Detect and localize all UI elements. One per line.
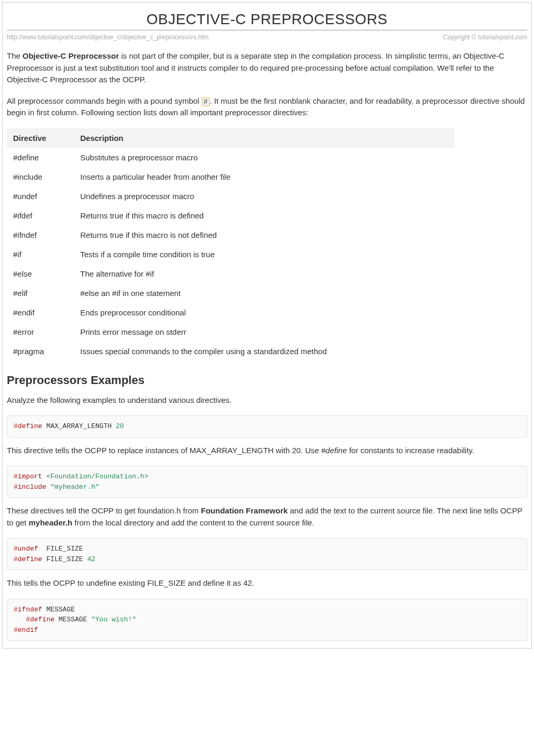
url-row: http://www.tutorialspoint.com/objective_…: [3, 34, 531, 50]
table-row: #elseThe alternative for #if: [7, 264, 454, 283]
code-token: #include: [14, 483, 46, 491]
code-block-1: #define MAX_ARRAY_LENGTH 20: [7, 415, 527, 437]
bold-text: Foundation Framework: [201, 506, 288, 515]
cell-description: Inserts a particular header from another…: [74, 167, 454, 187]
cell-description: Returns true if this macro is not define…: [74, 225, 454, 245]
code-token: 42: [87, 555, 95, 563]
cell-description: Ends preprocessor conditional: [74, 303, 454, 322]
cell-directive: #undef: [7, 187, 74, 206]
code-token: <Foundation/Foundation.h>: [46, 473, 148, 480]
code-block-4: #ifndef MESSAGE #define MESSAGE "You wis…: [7, 599, 527, 641]
cell-description: Issues special commands to the compiler …: [74, 342, 454, 361]
page-title: OBJECTIVE-C PREPROCESSORS: [3, 3, 531, 30]
code-token: #define: [14, 422, 42, 430]
code-token: #import: [14, 473, 42, 480]
table-row: #defineSubstitutes a preprocessor macro: [7, 148, 454, 167]
content: The Objective-C Preprocessor is not part…: [3, 50, 531, 641]
text: All preprocessor commands begin with a p…: [7, 96, 202, 105]
table-row: #endifEnds preprocessor conditional: [7, 303, 454, 322]
bold-text: myheader.h: [29, 518, 72, 527]
bold-text: Objective-C Preprocessor: [23, 51, 119, 60]
code-token: 20: [116, 422, 124, 430]
after-code-3: This tells the OCPP to undefine existing…: [7, 577, 527, 589]
cell-directive: #ifndef: [7, 225, 74, 245]
code-token: MAX_ARRAY_LENGTH: [42, 422, 116, 430]
page-container: OBJECTIVE-C PREPROCESSORS http://www.tut…: [2, 2, 532, 649]
code-token: #define: [14, 616, 54, 623]
cell-directive: #define: [7, 148, 74, 167]
cell-description: Returns true if this macro is defined: [74, 206, 454, 225]
cell-directive: #error: [7, 322, 74, 342]
table-row: #ifTests if a compile time condition is …: [7, 245, 454, 264]
after-code-1: This directive tells the OCPP to replace…: [7, 445, 527, 457]
cell-directive: #else: [7, 264, 74, 283]
table-row: #pragmaIssues special commands to the co…: [7, 342, 454, 361]
italic-text: #define: [321, 446, 347, 455]
table-row: #includeInserts a particular header from…: [7, 167, 454, 187]
code-token: MESSAGE: [42, 606, 75, 613]
title-rule: [7, 30, 527, 30]
code-block-3: #undef FILE_SIZE #define FILE_SIZE 42: [7, 538, 527, 570]
cell-description: The alternative for #if: [74, 264, 454, 283]
col-header-description: Description: [74, 128, 454, 148]
code-token: "You wish!": [91, 616, 136, 623]
text: These directives tell the OCPP to get fo…: [7, 506, 201, 515]
table-row: #undefUndefines a preprocessor macro: [7, 187, 454, 206]
cell-description: Prints error message on stderr: [74, 322, 454, 342]
cell-description: Substitutes a preprocessor macro: [74, 148, 454, 167]
code-block-2: #import <Foundation/Foundation.h> #inclu…: [7, 466, 527, 498]
examples-intro: Analyze the following examples to unders…: [7, 395, 527, 407]
code-token: "myheader.h": [50, 483, 99, 491]
table-row: #ifndefReturns true if this macro is not…: [7, 225, 454, 245]
cell-description: Tests if a compile time condition is tru…: [74, 245, 454, 264]
code-token: #define: [14, 555, 42, 563]
code-token: #undef: [14, 545, 38, 553]
code-token: MESSAGE: [54, 616, 91, 623]
code-token: #endif: [14, 626, 38, 634]
cell-directive: #include: [7, 167, 74, 187]
cell-directive: #if: [7, 245, 74, 264]
text: for constants to increase readability.: [347, 446, 474, 455]
cell-directive: #pragma: [7, 342, 74, 361]
cell-directive: #ifdef: [7, 206, 74, 225]
table-row: #ifdefReturns true if this macro is defi…: [7, 206, 454, 225]
col-header-directive: Directive: [7, 128, 74, 148]
directives-table: Directive Description #defineSubstitutes…: [7, 128, 454, 361]
cell-description: #else an #if in one statement: [74, 283, 454, 303]
source-url-link[interactable]: http://www.tutorialspoint.com/objective_…: [7, 34, 209, 41]
code-token: FILE_SIZE: [42, 555, 87, 563]
text: from the local directory and add the con…: [72, 518, 314, 527]
intro-paragraph-2: All preprocessor commands begin with a p…: [7, 95, 527, 119]
intro-paragraph-1: The Objective-C Preprocessor is not part…: [7, 50, 527, 86]
table-row: #elif#else an #if in one statement: [7, 283, 454, 303]
cell-description: Undefines a preprocessor macro: [74, 187, 454, 206]
section-heading-examples: Preprocessors Examples: [7, 374, 527, 387]
pound-symbol-code: #: [202, 97, 210, 106]
cell-directive: #elif: [7, 283, 74, 303]
cell-directive: #endif: [7, 303, 74, 322]
copyright-text: Copyright © tutorialspoint.com: [443, 34, 527, 41]
code-token: FILE_SIZE: [38, 545, 83, 553]
after-code-2: These directives tell the OCPP to get fo…: [7, 505, 527, 529]
table-header-row: Directive Description: [7, 128, 454, 148]
code-token: #ifndef: [14, 606, 42, 613]
text: This directive tells the OCPP to replace…: [7, 446, 321, 455]
text: The: [7, 51, 23, 60]
table-row: #errorPrints error message on stderr: [7, 322, 454, 342]
